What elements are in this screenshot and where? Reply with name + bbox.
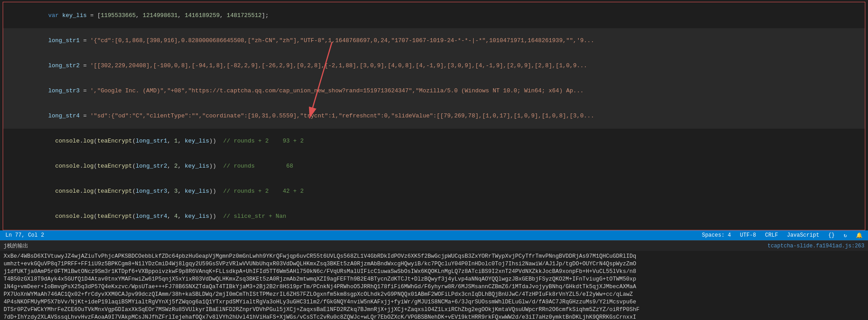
output-line: DTSr0PZvFWCkYMhrFeZCE6OuTVkMnxVgpGDIaxXk…: [4, 306, 864, 314]
panel-title: j栈的输出: [4, 242, 28, 250]
output-line: XxBe/4WBsD6XIVtuwyJZ4wjAZiuTvPhjcAPKSBDC…: [4, 253, 864, 260]
output-line: 4P4sNKOFMUyMP5X7bVv/NjKt+ideP19laqiBSMYi…: [4, 298, 864, 306]
output-line: 7dD+IhYzdy2XLAVSssqLhvvHvzFAoaA9I7VAkpMC…: [4, 314, 864, 320]
keyword-var: var: [48, 12, 62, 19]
comment-rounds3: // rounds + 2 42 + 2: [223, 188, 304, 195]
output-text: XxBe/4WBsD6XIVtuwyJZ4wjAZiuTvPhjcAPKSBDC…: [4, 253, 864, 320]
code-content: console.log(teaEncrypt(long_str3, 3, key…: [20, 179, 865, 203]
panel-link[interactable]: tcaptcha-slide.fa1941ad.js:263: [768, 243, 864, 249]
code-content: long_str2 = '[[302,229,20408],[-100,0,8]…: [20, 54, 865, 78]
code-line-key-lis: var key_lis = [1195533665, 1214998631, 1…: [3, 3, 865, 28]
code-line-long-str2: long_str2 = '[[302,229,20408],[-100,0,8]…: [3, 53, 865, 78]
output-line: lN4g+vmDeer+IoBmvgPsX25q3dP57Q4eKxzvc/Wp…: [4, 283, 864, 291]
status-icon-bell: 🔔: [854, 232, 864, 239]
comment-rounds1: // rounds + 2 93 + 2: [223, 138, 304, 144]
code-editor: var key_lis = [1195533665, 1214998631, 1…: [3, 2, 865, 230]
panel-header: j栈的输出 tcaptcha-slide.fa1941ad.js:263: [0, 240, 868, 251]
code-content: long_str4 = '"sd":{"od":"C","clientType"…: [20, 104, 865, 128]
comment-slice: // slice_str + Nan: [223, 213, 286, 220]
status-encoding: UTF-8: [738, 232, 758, 238]
code-content: console.log(teaEncrypt(long_str1, 1, key…: [20, 129, 865, 153]
var-key-lis: key_lis: [62, 12, 87, 19]
output-line: T4B50zGXl8T9dAyk4x5GUfQ1D4Atav0tnxYMAFnw…: [4, 276, 864, 283]
status-bar: Ln 77, Col 2 Spaces: 4 UTF-8 CRLF JavaSc…: [0, 230, 868, 240]
status-language: JavaScript: [785, 232, 821, 238]
output-line: j1dfUKTja0AmP5r0FTMlBwtONcz9Sm3r1KTDpf6+…: [4, 268, 864, 276]
code-content: long_str1 = '{"cd":[0,1,868,[398,916],0.…: [20, 29, 865, 53]
status-icon-refresh: ↻: [842, 232, 849, 239]
status-ln-col: Ln 77, Col 2: [4, 232, 46, 238]
output-line: PX7UoXnWYMaAh746AC1Qx02+frCdyvXXM0CAJpv9…: [4, 291, 864, 298]
code-line-console2: console.log(teaEncrypt(long_str2, 2, key…: [3, 154, 865, 179]
code-line-long-str4: long_str4 = '"sd":{"od":"C","clientType"…: [3, 104, 865, 129]
output-area: XxBe/4WBsD6XIVtuwyJZ4wjAZiuTvPhjcAPKSBDC…: [0, 251, 868, 320]
code-line-long-str1: long_str1 = '{"cd":[0,1,868,[398,916],0.…: [3, 28, 865, 53]
status-icon-curly: {}: [826, 232, 836, 238]
status-spaces: Spaces: 4: [700, 232, 733, 238]
code-content: console.log(teaEncrypt(long_str4, 4, key…: [20, 204, 865, 229]
code-line-console4: console.log(teaEncrypt(long_str4, 4, key…: [3, 204, 865, 229]
code-line-console3: console.log(teaEncrypt(long_str3, 3, key…: [3, 179, 865, 204]
code-content: long_str3 = ',"Google Inc. (AMD)","+08",…: [20, 79, 865, 103]
comment-rounds2: // rounds 68: [223, 163, 293, 169]
code-content: var key_lis = [1195533665, 1214998631, 1…: [20, 4, 865, 28]
output-line: umhzt+evkGQuVP8q71PRFF+FF1iU9z5BPKCgm8+N…: [4, 260, 864, 268]
code-line-long-str3: long_str3 = ',"Google Inc. (AMD)","+08",…: [3, 78, 865, 104]
code-content: console.log(teaEncrypt(long_str2, 2, key…: [20, 154, 865, 178]
status-line-ending: CRLF: [763, 232, 780, 238]
code-line-console1: console.log(teaEncrypt(long_str1, 1, key…: [3, 129, 865, 154]
